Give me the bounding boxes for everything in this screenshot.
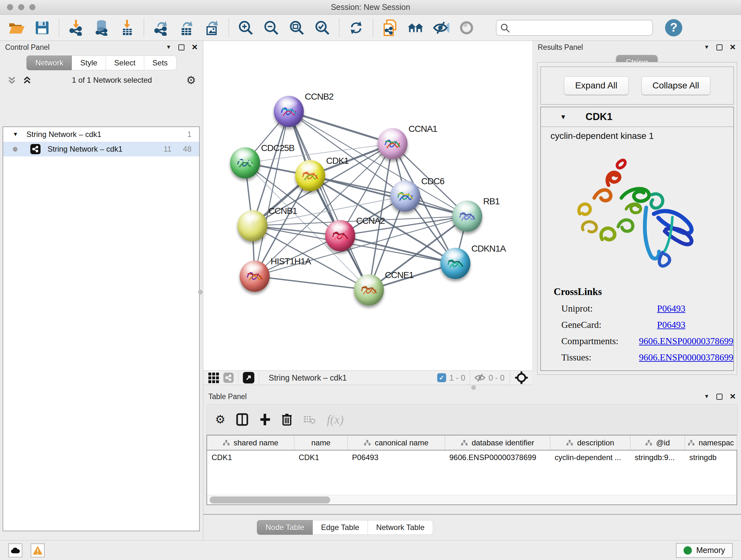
node-CCNA1[interactable] xyxy=(378,128,408,159)
table-row[interactable]: CDK1CDK1P064939606.ENSP00000378699cyclin… xyxy=(207,450,737,464)
table-cell[interactable]: 9606.ENSP00000378699 xyxy=(445,450,550,464)
scrollbar-thumb[interactable] xyxy=(210,496,330,503)
table-cell[interactable]: stringdb xyxy=(685,450,737,464)
node-CDC6[interactable] xyxy=(390,180,420,212)
open-session-button[interactable] xyxy=(8,19,25,36)
crosslink-link[interactable]: 9606.ENSP00000378699 xyxy=(639,352,733,363)
left-splitter-handle[interactable] xyxy=(198,290,203,294)
import-network-button[interactable] xyxy=(68,19,84,36)
node-RB1[interactable] xyxy=(452,200,482,232)
edge-CCNB2-CCNA1[interactable] xyxy=(289,111,393,144)
export-table-button[interactable] xyxy=(178,19,195,36)
table-cell[interactable]: stringdb:9... xyxy=(630,450,685,464)
zoom-fit-button[interactable] xyxy=(288,19,305,36)
cloud-status-button[interactable] xyxy=(8,543,22,557)
column-header-canonical-name[interactable]: canonical name xyxy=(347,435,445,450)
collection-expander-icon[interactable]: ▼ xyxy=(13,131,18,138)
warnings-button[interactable] xyxy=(30,543,45,557)
open-in-new-window-icon[interactable] xyxy=(243,372,254,383)
close-window-button[interactable] xyxy=(7,4,13,10)
table-cell[interactable]: CDK1 xyxy=(207,450,294,464)
export-image-button[interactable] xyxy=(204,19,220,36)
panel-collapse-icon[interactable]: ▼ xyxy=(166,44,172,51)
gene-expander-icon[interactable]: ▼ xyxy=(560,113,566,121)
network-options-gear-icon[interactable]: ⚙ xyxy=(186,75,196,85)
table-close-icon[interactable]: ✕ xyxy=(730,392,736,401)
node-CDK1[interactable] xyxy=(295,160,325,191)
table-cell[interactable]: P06493 xyxy=(347,450,445,464)
network-canvas[interactable]: CCNB2CCNA1CDC25BCDK1CDC6RB1CCNB1CCNA2CDK… xyxy=(203,41,532,370)
edge-HIST1H1A-CCNE1[interactable] xyxy=(255,276,369,290)
zoom-selected-button[interactable] xyxy=(314,19,331,36)
column-header-name[interactable]: name xyxy=(294,435,347,450)
gene-header[interactable]: ▼ CDK1 xyxy=(541,107,733,127)
collapse-all-button[interactable]: Collapse All xyxy=(642,76,711,95)
birdseye-grid-icon[interactable] xyxy=(208,373,219,383)
column-header-@id[interactable]: @id xyxy=(630,435,685,450)
edge-CCNB2-HIST1H1A[interactable] xyxy=(255,111,289,276)
tab-sets[interactable]: Sets xyxy=(144,56,177,70)
fit-content-crosshair-icon[interactable] xyxy=(515,371,529,385)
panel-splitter-horizontal[interactable] xyxy=(203,385,532,390)
tab-select[interactable]: Select xyxy=(106,56,144,70)
network-share-icon[interactable] xyxy=(223,373,233,383)
node-HIST1H1A[interactable] xyxy=(240,260,270,292)
tab-network[interactable]: Network xyxy=(26,56,72,70)
network-collection-row[interactable]: ▼ String Network – cdk1 1 xyxy=(3,127,199,142)
memory-button[interactable]: Memory xyxy=(676,543,733,558)
node-CCNA2[interactable] xyxy=(325,220,355,251)
show-all-button[interactable] xyxy=(458,19,475,36)
tab-edge-table[interactable]: Edge Table xyxy=(313,520,368,535)
node-CDKN1A[interactable] xyxy=(441,248,470,279)
node-CCNE1[interactable] xyxy=(354,274,384,306)
crosslink-link[interactable]: P06493 xyxy=(657,320,685,330)
network-row-selected[interactable]: String Network – cdk1 11 48 xyxy=(3,142,199,157)
window-controls[interactable] xyxy=(7,4,36,10)
table-cell[interactable]: CDK1 xyxy=(294,450,347,464)
import-database-button[interactable] xyxy=(93,19,110,36)
results-close-icon[interactable]: ✕ xyxy=(730,43,736,52)
tab-node-table[interactable]: Node Table xyxy=(257,520,313,535)
import-table-button[interactable] xyxy=(119,19,135,36)
copy-network-button[interactable] xyxy=(382,19,398,36)
zoom-out-button[interactable] xyxy=(263,19,280,36)
results-collapse-icon[interactable]: ▼ xyxy=(704,44,710,51)
save-session-button[interactable] xyxy=(34,19,51,36)
splitter-handle[interactable] xyxy=(471,385,476,390)
results-float-icon[interactable] xyxy=(717,44,723,51)
crosslink-link[interactable]: P06493 xyxy=(657,368,685,371)
collapse-all-icon[interactable] xyxy=(7,75,17,85)
minimize-window-button[interactable] xyxy=(18,4,24,10)
column-header-description[interactable]: description xyxy=(550,435,630,450)
column-header-namespac[interactable]: namespac xyxy=(685,435,737,450)
tab-network-table[interactable]: Network Table xyxy=(368,520,433,535)
tab-style[interactable]: Style xyxy=(72,56,106,70)
zoom-window-button[interactable] xyxy=(29,4,36,10)
show-columns-icon[interactable] xyxy=(236,413,248,426)
hidden-count-badge[interactable]: 0 - 0 xyxy=(475,373,504,382)
delete-column-trash-icon[interactable] xyxy=(281,413,292,426)
node-table-grid[interactable]: shared namenamecanonical namedatabase id… xyxy=(207,435,737,464)
node-CCNB1[interactable] xyxy=(238,210,267,241)
table-float-icon[interactable] xyxy=(717,394,723,400)
refresh-view-button[interactable] xyxy=(348,19,364,36)
node-CDC25B[interactable] xyxy=(230,147,260,179)
column-header-shared-name[interactable]: shared name xyxy=(207,435,294,450)
node-CCNB2[interactable] xyxy=(274,96,304,127)
expand-all-button[interactable]: Expand All xyxy=(564,76,628,95)
table-cell[interactable]: cyclin-dependent ... xyxy=(550,450,630,464)
crosslink-link[interactable]: 9606.ENSP00000378699 xyxy=(639,336,733,347)
zoom-in-button[interactable] xyxy=(238,19,254,36)
search-input[interactable] xyxy=(496,20,653,36)
column-header-database-identifier[interactable]: database identifier xyxy=(445,435,550,450)
crosslink-link[interactable]: P06493 xyxy=(657,303,685,314)
hide-selected-button[interactable] xyxy=(433,19,449,36)
help-button[interactable]: ? xyxy=(665,19,682,37)
table-settings-gear-icon[interactable]: ⚙ xyxy=(215,413,225,426)
home-networks-button[interactable] xyxy=(407,19,424,36)
selected-count-badge[interactable]: ✓ 1 - 0 xyxy=(437,373,465,382)
table-collapse-icon[interactable]: ▼ xyxy=(704,393,710,400)
add-column-icon[interactable] xyxy=(259,413,271,426)
export-network-button[interactable] xyxy=(152,19,169,36)
table-horizontal-scrollbar[interactable] xyxy=(207,495,737,504)
